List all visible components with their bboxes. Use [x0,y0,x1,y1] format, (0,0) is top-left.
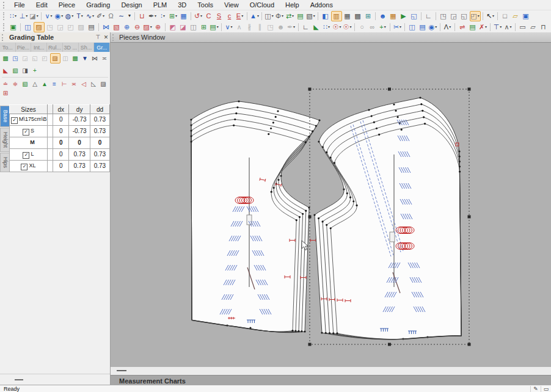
paste-piece-icon[interactable]: ▨ [34,22,45,32]
save-file-icon[interactable]: ▣ [521,11,531,21]
image-icon[interactable]: ▤ [87,22,97,32]
book-green-icon[interactable]: ▤ [468,22,478,32]
align-tool-icon[interactable]: ▲ [250,11,260,21]
perpendicular-tool-icon[interactable]: ⊥ [19,11,29,21]
page-b-icon[interactable]: ◲ [449,11,459,21]
cell-dx[interactable]: 0 [53,137,68,148]
grade-corner-icon[interactable]: ◣ [1,66,10,75]
selection-handle[interactable] [468,88,471,91]
mirror-icon[interactable]: Φ [275,11,285,21]
small-window-icon[interactable]: ◫ [189,22,199,32]
person-gray-icon[interactable]: ☻ [276,22,286,32]
add-point-icon[interactable]: + [378,22,388,32]
button-tool-icon[interactable]: ◍ [65,11,75,21]
selection-handle[interactable] [308,88,312,91]
hscrollbar-thumb[interactable] [117,370,126,371]
status-measure-icon[interactable]: ✎ [530,386,541,392]
grade-paste-xy-icon[interactable]: ◰ [40,54,49,63]
col-header-dy[interactable]: dy [69,105,90,114]
cell-dd[interactable]: 0.73 [90,148,109,160]
size-checkbox[interactable]: ✓ [21,164,27,170]
cell-dd[interactable]: 0.73 [90,114,109,126]
view-piece-icon[interactable]: ◧ [321,11,330,21]
pin-tool-icon[interactable]: ✐ [96,11,106,21]
tab-shapes[interactable]: Sh... [79,43,95,52]
grade-dropdown-caret[interactable]: ▼ [81,54,90,63]
unfold-piece-icon[interactable]: ⋈ [101,22,111,32]
grade-sheet2-icon[interactable]: ▨ [99,79,108,89]
stamp-c-icon[interactable]: ◰ [66,22,76,32]
seam-b-icon[interactable]: ☉ [343,22,352,32]
cut-icon[interactable]: ✂ [393,22,403,32]
col-header-dx[interactable]: dx [53,105,68,114]
piece-pink2-icon[interactable]: ◪ [178,22,188,32]
size-row[interactable]: ✓M\175cm\B 0 -0.73 0.73 [10,114,110,126]
tab-tools[interactable]: To... [0,43,16,52]
delete-tool-icon[interactable]: ⊔ [137,11,147,21]
vee-icon[interactable]: ∨ [224,22,234,32]
cell-dy[interactable]: 0 [69,137,90,148]
page-a-icon[interactable]: ◳ [439,11,448,21]
selection-handle[interactable] [388,88,391,91]
menu-file[interactable]: File [9,1,31,9]
view-grid-icon[interactable]: ▦ [343,11,352,21]
copy-e-icon[interactable]: E [235,11,245,21]
size-row[interactable]: ✓S 0 -0.73 0.73 [10,125,110,137]
bird-b-icon[interactable]: ∦ [245,22,255,32]
globe-icon[interactable]: ◉ [428,22,438,32]
more-tools-caret[interactable]: ▾ [127,11,133,21]
bird-c-icon[interactable]: ∥ [255,22,265,32]
curve-tool-icon[interactable]: ∿ [86,11,95,21]
user-icon[interactable]: ☻ [378,11,388,21]
cell-dy[interactable]: -0.73 [69,114,90,126]
rings-icon[interactable]: ∞ [368,22,378,32]
grade-copy2-icon[interactable]: ▧ [21,79,30,89]
grade-eq-icon[interactable]: ⊢ [60,79,69,89]
hand-icon[interactable]: ○ [357,22,367,32]
point-line-icon[interactable]: ∶ [158,11,168,21]
size-checkbox[interactable]: ✓ [23,129,29,136]
grade-tri2-icon[interactable]: ◁ [79,79,89,89]
grade-plus-icon[interactable]: + [31,66,40,75]
col-header-sizes[interactable]: Sizes [10,105,48,114]
calculator-icon[interactable]: ⊞ [363,11,373,21]
text-tool-icon[interactable]: T [75,11,85,21]
col-header-dd[interactable]: dd [90,105,109,114]
pieces-window-grip[interactable] [112,34,116,41]
grade-add-icon[interactable]: ▩ [1,54,10,63]
page-d-icon[interactable]: ◰ [470,11,481,21]
size-row[interactable]: ✓L 0 0.73 0.73 [10,148,110,160]
tree-icon[interactable]: ⊞ [199,22,209,32]
grade-move-up-icon[interactable]: ≐ [1,79,10,89]
sheet-green-icon[interactable]: ▤ [296,11,305,21]
grade-paste-x-icon[interactable]: ◲ [21,54,30,63]
status-window-icon[interactable]: ▭ [541,386,551,392]
export-image-icon[interactable]: ▣ [9,22,18,32]
pieces-canvas[interactable] [111,43,551,367]
sheet-blue-icon[interactable]: ▤ [418,22,428,32]
menu-3d[interactable]: 3D [172,1,192,9]
fill-triangle-icon[interactable]: ◣ [312,22,321,32]
parallelogram-shape-icon[interactable]: ▱ [528,22,538,32]
edit-grade-points-icon[interactable]: ∷ [9,11,18,21]
grade-sheet-icon[interactable]: ▩ [71,54,80,63]
delete-x-icon[interactable]: ✗ [478,22,488,32]
play-icon[interactable]: ▶ [399,11,409,21]
grade-table-icon[interactable]: ⊞ [1,89,10,98]
window-icon[interactable]: ◱ [409,11,419,21]
page-c-icon[interactable]: ◱ [459,11,469,21]
side-tab-hips[interactable]: Hips [0,153,9,172]
menu-edit[interactable]: Edit [31,1,53,9]
pieces-window-title-bar[interactable]: Pieces Window [111,32,551,43]
pen-tool-icon[interactable]: ✒ [148,11,158,21]
menu-tools[interactable]: Tools [192,1,219,9]
grade-tri-icon[interactable]: ▲ [40,79,49,89]
side-tab-base[interactable]: Base [0,106,9,127]
angle-ruler-icon[interactable]: ∟ [424,11,434,21]
cell-dx[interactable]: 0 [53,114,68,126]
cell-dy[interactable]: -0.73 [69,125,90,137]
size-checkbox[interactable]: ✓ [23,152,29,159]
menu-ocloud[interactable]: O/Cloud [244,1,280,9]
menu-help[interactable]: Help [280,1,305,9]
selection-handle[interactable] [308,216,312,219]
